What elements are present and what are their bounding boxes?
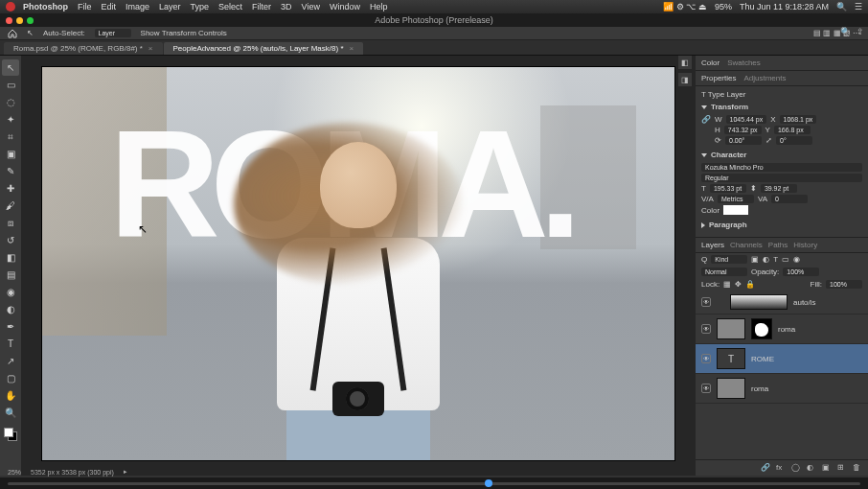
filter-adj-icon[interactable]: ◐ (763, 255, 769, 264)
close-icon[interactable]: × (148, 44, 153, 53)
heal-tool[interactable]: ✚ (2, 180, 19, 197)
visibility-icon[interactable]: 👁 (701, 354, 711, 363)
hand-tool[interactable]: ✋ (2, 387, 19, 404)
layer-row-text[interactable]: 👁 T ROME (696, 344, 868, 374)
new-layer-icon[interactable]: ⊞ (837, 463, 847, 473)
window-close-icon[interactable] (6, 17, 12, 24)
menu-edit[interactable]: Edit (102, 2, 117, 12)
character-section-title[interactable]: Character (711, 151, 746, 159)
close-icon[interactable]: × (350, 44, 354, 53)
lock-all-icon[interactable]: ▦ (723, 280, 731, 289)
font-style[interactable]: Regular (701, 174, 862, 182)
brush-tool[interactable]: 🖌 (2, 198, 19, 214)
visibility-icon[interactable]: 👁 (701, 384, 711, 393)
layer-name[interactable]: roma (778, 325, 795, 334)
menu-help[interactable]: Help (370, 2, 388, 12)
lock-pos-icon[interactable]: ✥ (735, 280, 742, 289)
menu-file[interactable]: File (78, 2, 92, 12)
menu-select[interactable]: Select (218, 2, 242, 12)
paths-tab[interactable]: Paths (768, 241, 788, 249)
fill-value[interactable]: 100% (826, 280, 862, 289)
filter-text-icon[interactable]: T (773, 255, 778, 264)
opacity-value[interactable]: 100% (783, 268, 819, 276)
history-tab[interactable]: History (793, 241, 817, 249)
tracking[interactable]: 0 (771, 195, 808, 203)
layer-name[interactable]: ROME (751, 355, 774, 363)
gradient-tool[interactable]: ▤ (2, 267, 19, 283)
blur-tool[interactable]: ◉ (2, 284, 19, 300)
document-canvas[interactable]: ROMA. ↖ (42, 67, 674, 460)
wand-tool[interactable]: ✦ (2, 111, 19, 128)
scrubber-thumb[interactable] (485, 479, 492, 487)
frame-tool[interactable]: ▣ (2, 146, 19, 162)
transform-skew[interactable]: 0° (776, 136, 812, 145)
color-swatch[interactable] (4, 428, 17, 441)
move-tool[interactable]: ↖ (2, 59, 19, 76)
transform-angle[interactable]: 0.00° (725, 136, 762, 145)
menubar-icons[interactable]: 📶 ⚙︎ ⌥ ⏏︎ (663, 2, 707, 12)
leading[interactable]: 39.92 pt (761, 184, 797, 193)
home-icon[interactable] (8, 29, 17, 38)
properties-tab[interactable]: Properties (701, 74, 736, 82)
visibility-icon[interactable]: 👁 (701, 297, 711, 307)
search-icon[interactable]: 🔍 (840, 27, 851, 36)
fx-icon[interactable]: fx (776, 463, 786, 473)
trash-icon[interactable]: 🗑 (853, 463, 862, 473)
history-brush-tool[interactable]: ↺ (2, 232, 19, 248)
shape-tool[interactable]: ▢ (2, 370, 19, 386)
lock-pixel-icon[interactable]: 🔒 (745, 280, 755, 289)
paragraph-section-title[interactable]: Paragraph (709, 221, 747, 229)
eraser-tool[interactable]: ◧ (2, 249, 19, 266)
apple-menu-icon[interactable] (6, 2, 15, 12)
auto-select-mode[interactable]: Layer (95, 29, 131, 37)
layer-mask-thumb[interactable] (751, 318, 772, 339)
chevron-right-icon[interactable]: ▸ (124, 468, 127, 476)
doc-tab-2[interactable]: PeopleAdvanced @ 25% (auto/is, Layer Mas… (164, 42, 364, 55)
app-name[interactable]: Photoshop (23, 2, 68, 12)
marquee-tool[interactable]: ▭ (2, 77, 19, 93)
layer-row-image[interactable]: 👁 roma (696, 374, 868, 404)
menu-image[interactable]: Image (126, 2, 149, 12)
window-zoom-icon[interactable] (27, 17, 34, 24)
eyedropper-tool[interactable]: ✎ (2, 163, 19, 179)
kerning[interactable]: Metrics (718, 195, 754, 203)
gutter-icon-1[interactable]: ◧ (678, 56, 692, 69)
lasso-tool[interactable]: ◌ (2, 94, 19, 110)
new-group-icon[interactable]: ▣ (822, 463, 832, 473)
transform-h[interactable]: 743.32 px (724, 126, 762, 134)
menu-filter[interactable]: Filter (252, 2, 271, 12)
video-playback-bar[interactable] (0, 477, 868, 489)
menu-type[interactable]: Type (191, 2, 210, 12)
blend-mode[interactable]: Normal (701, 268, 747, 276)
channels-tab[interactable]: Channels (730, 241, 763, 249)
doc-tab-1[interactable]: Roma.psd @ 25% (ROME, RGB/8#) *× (4, 42, 163, 55)
spotlight-icon[interactable]: 🔍 (836, 2, 847, 12)
menu-layer[interactable]: Layer (159, 2, 181, 12)
transform-section-title[interactable]: Transform (711, 103, 748, 111)
gutter-icon-2[interactable]: ◨ (678, 73, 692, 86)
transform-x[interactable]: 1068.1 px (780, 115, 817, 124)
font-size[interactable]: 195.33 pt (710, 184, 746, 193)
layer-row-adjust[interactable]: 👁 auto/is (696, 291, 868, 314)
show-transform-label[interactable]: Show Transform Controls (141, 29, 227, 37)
char-color-chip[interactable] (723, 205, 748, 215)
type-tool[interactable]: T (2, 336, 19, 352)
visibility-icon[interactable]: 👁 (701, 324, 711, 334)
font-family[interactable]: Kozuka Mincho Pro (701, 163, 862, 172)
menu-view[interactable]: View (302, 2, 320, 12)
control-center-icon[interactable]: ☰ (855, 2, 862, 12)
share-icon[interactable]: ⇪ (857, 27, 864, 36)
new-adjust-icon[interactable]: ◐ (807, 463, 816, 473)
filter-smart-icon[interactable]: ◉ (793, 255, 800, 264)
color-tab[interactable]: Color (701, 58, 720, 67)
zoom-level[interactable]: 25% (8, 469, 21, 476)
transform-y[interactable]: 166.8 px (774, 126, 811, 134)
filter-shape-icon[interactable]: ▭ (782, 255, 789, 264)
link-layers-icon[interactable]: 🔗 (761, 463, 770, 473)
transform-w[interactable]: 1045.44 px (726, 115, 767, 124)
layer-filter-kind[interactable]: Kind (711, 255, 747, 264)
layers-tab[interactable]: Layers (701, 241, 724, 249)
scrubber-track[interactable] (8, 482, 860, 485)
dodge-tool[interactable]: ◐ (2, 301, 19, 317)
window-minimize-icon[interactable] (16, 17, 23, 24)
